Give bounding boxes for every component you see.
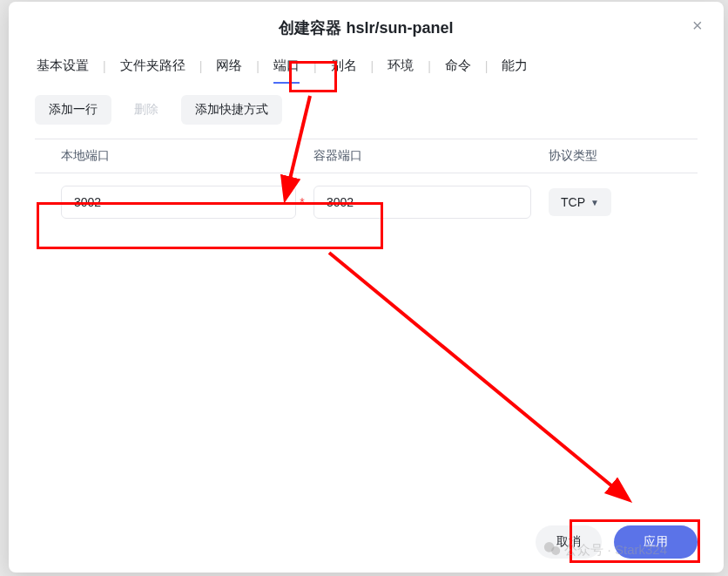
tab-separator: | [428, 59, 431, 73]
modal-title: 创建容器 hslr/sun-panel [279, 17, 453, 38]
local-port-input[interactable] [61, 186, 296, 219]
protocol-value: TCP [561, 195, 585, 209]
tab-separator: | [485, 59, 489, 73]
tab-capability[interactable]: 能力 [500, 56, 529, 76]
header-protocol: 协议类型 [549, 148, 671, 164]
tab-folder-path[interactable]: 文件夹路径 [118, 56, 187, 76]
header-local-port: 本地端口 [61, 148, 313, 164]
tab-separator: | [199, 59, 203, 73]
tab-network[interactable]: 网络 [214, 56, 244, 76]
tab-alias[interactable]: 别名 [329, 56, 359, 76]
tab-environment[interactable]: 环境 [386, 56, 415, 76]
chevron-down-icon: ▼ [590, 198, 599, 207]
create-container-modal: 创建容器 hslr/sun-panel × 基本设置 | 文件夹路径 | 网络 … [9, 2, 724, 573]
apply-button[interactable]: 应用 [614, 525, 698, 559]
close-icon[interactable]: × [692, 17, 708, 33]
add-shortcut-button[interactable]: 添加快捷方式 [181, 95, 282, 125]
tab-separator: | [256, 59, 260, 73]
tab-separator: | [103, 59, 106, 73]
tab-basic-settings[interactable]: 基本设置 [35, 56, 91, 76]
tab-command[interactable]: 命令 [443, 56, 473, 76]
table-row: * TCP ▼ [35, 173, 698, 231]
header-container-port: 容器端口 [313, 148, 549, 164]
toolbar: 添加一行 删除 添加快捷方式 [9, 95, 724, 139]
cancel-button[interactable]: 取消 [536, 525, 602, 559]
protocol-select[interactable]: TCP ▼ [549, 188, 611, 216]
tab-separator: | [313, 59, 317, 73]
modal-header: 创建容器 hslr/sun-panel × [9, 2, 724, 38]
add-row-button[interactable]: 添加一行 [35, 95, 111, 125]
required-mark: * [296, 195, 313, 209]
tab-separator: | [371, 59, 374, 73]
modal-footer: 取消 应用 [9, 512, 724, 573]
tab-port[interactable]: 端口 [272, 56, 301, 76]
tabs-bar: 基本设置 | 文件夹路径 | 网络 | 端口 | 别名 | 环境 | 命令 | … [9, 38, 724, 95]
table-header: 本地端口 容器端口 协议类型 [35, 139, 698, 173]
container-port-input[interactable] [313, 186, 531, 219]
delete-button: 删除 [120, 95, 172, 125]
